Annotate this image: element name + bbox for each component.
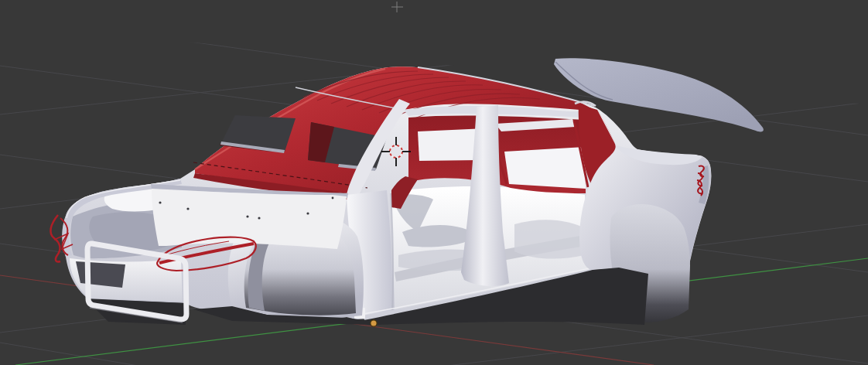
blender-3d-viewport[interactable]: [0, 0, 868, 365]
object-origin-point[interactable]: [371, 320, 377, 326]
